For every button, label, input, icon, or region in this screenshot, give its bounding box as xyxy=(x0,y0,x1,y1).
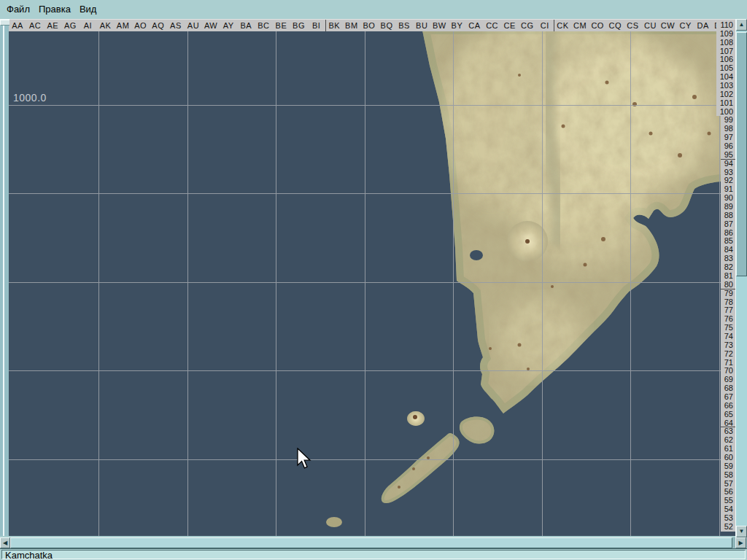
column-header-cell: BA xyxy=(237,20,255,31)
status-bar: Kamchatka xyxy=(0,548,747,560)
mouse-cursor-icon xyxy=(296,448,312,471)
column-header-cell: BK xyxy=(325,20,343,31)
column-header-cell: CU xyxy=(641,20,659,31)
horizontal-scrollbar[interactable]: ◀ ▶ xyxy=(0,537,747,548)
app-window: ФайлПравкаВид AAACAEAGAIAKAMAOAQASAUAWAY… xyxy=(0,0,747,560)
status-text: Kamchatka xyxy=(1,550,746,559)
scroll-left-button[interactable]: ◀ xyxy=(0,537,10,548)
vertical-scrollbar-thumb[interactable] xyxy=(736,32,747,276)
column-header-cell: CM xyxy=(571,20,589,31)
column-header-cell: AG xyxy=(61,20,79,31)
map-scale-label: 1000.0 xyxy=(13,92,47,104)
scroll-left-icon: ◀ xyxy=(3,540,7,546)
column-header-cell: CG xyxy=(519,20,536,31)
column-header-cell: AQ xyxy=(150,20,167,31)
menu-item[interactable]: Вид xyxy=(80,0,97,18)
column-header-cell: AY xyxy=(220,20,237,31)
scroll-down-icon: ▼ xyxy=(739,528,745,534)
column-header-cell: AO xyxy=(132,20,150,31)
column-header-cell: BM xyxy=(343,20,360,31)
column-header-cell: BQ xyxy=(378,20,395,31)
scroll-up-button[interactable]: ▲ xyxy=(736,19,747,31)
column-header-cell: AK xyxy=(96,20,114,31)
column-header-cell: BU xyxy=(413,20,430,31)
column-header-cell: CK xyxy=(554,20,571,31)
column-header-cell: BW xyxy=(430,20,448,31)
column-header-cell: CW xyxy=(659,20,676,31)
vertical-scrollbar[interactable]: ▲ ▼ xyxy=(735,19,747,537)
column-header-cell: CS xyxy=(624,20,641,31)
column-header-cell: BS xyxy=(395,20,413,31)
work-area: AAACAEAGAIAKAMAOAQASAUAWAYBABCBEBGBIBKBM… xyxy=(0,19,747,537)
scroll-down-button[interactable]: ▼ xyxy=(736,526,747,537)
column-header-cell: CY xyxy=(677,20,694,31)
column-header-cell: CQ xyxy=(606,20,624,31)
column-header-cell: AI xyxy=(79,20,96,31)
column-header-cell: BE xyxy=(272,20,290,31)
column-header-cell: BG xyxy=(290,20,308,31)
column-header-cell: CA xyxy=(465,20,483,31)
column-header-cell: CC xyxy=(484,20,501,31)
column-header-cell: AA xyxy=(9,20,26,31)
menu-item[interactable]: Правка xyxy=(39,0,71,18)
column-header-cell: DC xyxy=(712,20,729,31)
scroll-right-icon: ▶ xyxy=(738,540,743,546)
column-header-cell: DA xyxy=(694,20,712,31)
column-header-cell: AC xyxy=(26,20,44,31)
column-header-cell: AU xyxy=(185,20,202,31)
column-header-cell: CO xyxy=(589,20,606,31)
column-header-cell: CI xyxy=(536,20,554,31)
column-header-cell: AS xyxy=(167,20,185,31)
column-header-cell: AM xyxy=(115,20,132,31)
column-header-cell: BI xyxy=(308,20,325,31)
column-header-cell: AW xyxy=(202,20,220,31)
column-header-cell: BY xyxy=(448,20,465,31)
column-header-cell: AE xyxy=(44,20,61,31)
menu-bar: ФайлПравкаВид xyxy=(0,0,747,20)
menu-item[interactable]: Файл xyxy=(7,0,30,18)
column-header-cell: CE xyxy=(501,20,519,31)
gutter-line xyxy=(3,26,4,536)
horizontal-scrollbar-thumb[interactable] xyxy=(10,537,732,548)
terrain-map xyxy=(9,31,735,536)
scroll-right-button[interactable]: ▶ xyxy=(735,537,746,548)
scroll-up-icon: ▲ xyxy=(739,21,745,28)
map-viewport[interactable]: 1000.0 xyxy=(9,31,735,536)
column-header: AAACAEAGAIAKAMAOAQASAUAWAYBABCBEBGBIBKBM… xyxy=(9,19,735,31)
left-gutter xyxy=(0,19,9,536)
column-header-cell: BC xyxy=(255,20,272,31)
column-header-cell: BO xyxy=(360,20,378,31)
pane-grip-handle[interactable] xyxy=(0,19,9,26)
